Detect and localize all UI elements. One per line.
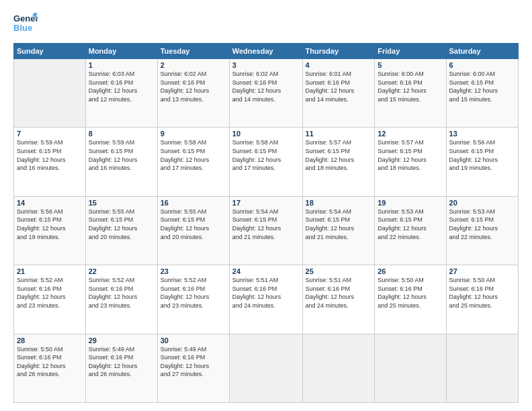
day-number: 18 <box>306 199 372 207</box>
day-info: Sunrise: 6:03 AM Sunset: 6:16 PM Dayligh… <box>89 70 154 103</box>
calendar-cell: 27Sunrise: 5:50 AM Sunset: 6:16 PM Dayli… <box>446 265 518 334</box>
day-info: Sunrise: 5:58 AM Sunset: 6:15 PM Dayligh… <box>161 138 226 172</box>
calendar-cell: 5Sunrise: 6:00 AM Sunset: 6:16 PM Daylig… <box>375 59 446 128</box>
weekday-header-tuesday: Tuesday <box>157 44 229 59</box>
calendar-cell: 13Sunrise: 5:56 AM Sunset: 6:15 PM Dayli… <box>446 128 518 196</box>
calendar-cell: 10Sunrise: 5:58 AM Sunset: 6:15 PM Dayli… <box>229 128 302 196</box>
calendar-cell <box>229 334 302 402</box>
day-info: Sunrise: 5:52 AM Sunset: 6:16 PM Dayligh… <box>89 276 154 310</box>
day-number: 17 <box>232 199 300 207</box>
weekday-header-friday: Friday <box>375 44 446 59</box>
day-number: 7 <box>17 130 83 138</box>
calendar-cell: 1Sunrise: 6:03 AM Sunset: 6:16 PM Daylig… <box>85 59 157 128</box>
calendar-cell: 3Sunrise: 6:02 AM Sunset: 6:16 PM Daylig… <box>229 59 302 128</box>
day-info: Sunrise: 5:57 AM Sunset: 6:15 PM Dayligh… <box>306 138 372 172</box>
calendar-cell: 18Sunrise: 5:54 AM Sunset: 6:15 PM Dayli… <box>302 196 375 265</box>
day-number: 5 <box>378 61 443 69</box>
day-info: Sunrise: 5:54 AM Sunset: 6:15 PM Dayligh… <box>232 208 300 241</box>
calendar-week-4: 21Sunrise: 5:52 AM Sunset: 6:16 PM Dayli… <box>14 265 519 334</box>
day-number: 15 <box>89 199 154 207</box>
calendar-cell: 24Sunrise: 5:51 AM Sunset: 6:16 PM Dayli… <box>229 265 302 334</box>
day-number: 26 <box>378 267 443 275</box>
day-info: Sunrise: 5:53 AM Sunset: 6:15 PM Dayligh… <box>378 208 443 241</box>
day-info: Sunrise: 5:59 AM Sunset: 6:15 PM Dayligh… <box>17 138 83 172</box>
weekday-header-sunday: Sunday <box>14 44 86 59</box>
day-number: 16 <box>161 199 226 207</box>
day-number: 4 <box>306 61 372 69</box>
day-number: 12 <box>378 130 443 138</box>
calendar-week-5: 28Sunrise: 5:50 AM Sunset: 6:16 PM Dayli… <box>14 334 519 402</box>
calendar-cell <box>302 334 375 402</box>
day-info: Sunrise: 5:54 AM Sunset: 6:15 PM Dayligh… <box>306 208 372 241</box>
logo-svg: General Blue <box>13 11 38 36</box>
weekday-header-wednesday: Wednesday <box>229 44 302 59</box>
calendar-cell: 17Sunrise: 5:54 AM Sunset: 6:15 PM Dayli… <box>229 196 302 265</box>
day-info: Sunrise: 5:50 AM Sunset: 6:16 PM Dayligh… <box>449 276 515 310</box>
day-info: Sunrise: 5:53 AM Sunset: 6:15 PM Dayligh… <box>449 208 515 241</box>
day-info: Sunrise: 5:56 AM Sunset: 6:15 PM Dayligh… <box>17 208 83 241</box>
calendar-cell: 23Sunrise: 5:52 AM Sunset: 6:16 PM Dayli… <box>157 265 229 334</box>
day-number: 9 <box>161 130 226 138</box>
day-number: 28 <box>17 336 83 345</box>
calendar-cell <box>446 334 518 402</box>
day-number: 1 <box>89 61 154 69</box>
calendar-cell: 21Sunrise: 5:52 AM Sunset: 6:16 PM Dayli… <box>14 265 86 334</box>
calendar-cell: 2Sunrise: 6:02 AM Sunset: 6:16 PM Daylig… <box>157 59 229 128</box>
calendar-cell: 22Sunrise: 5:52 AM Sunset: 6:16 PM Dayli… <box>85 265 157 334</box>
calendar-cell: 7Sunrise: 5:59 AM Sunset: 6:15 PM Daylig… <box>14 128 86 196</box>
day-info: Sunrise: 5:55 AM Sunset: 6:15 PM Dayligh… <box>89 208 154 241</box>
day-info: Sunrise: 5:50 AM Sunset: 6:16 PM Dayligh… <box>378 276 443 310</box>
day-number: 13 <box>449 130 515 138</box>
day-info: Sunrise: 5:56 AM Sunset: 6:15 PM Dayligh… <box>449 138 515 172</box>
svg-text:Blue: Blue <box>13 23 32 33</box>
weekday-header-thursday: Thursday <box>302 44 375 59</box>
calendar-cell <box>14 59 86 128</box>
calendar-week-2: 7Sunrise: 5:59 AM Sunset: 6:15 PM Daylig… <box>14 128 519 196</box>
calendar-cell: 19Sunrise: 5:53 AM Sunset: 6:15 PM Dayli… <box>375 196 446 265</box>
calendar-cell: 30Sunrise: 5:49 AM Sunset: 6:16 PM Dayli… <box>157 334 229 402</box>
day-number: 6 <box>449 61 515 69</box>
logo: General Blue <box>13 11 38 36</box>
calendar-week-3: 14Sunrise: 5:56 AM Sunset: 6:15 PM Dayli… <box>14 196 519 265</box>
day-number: 27 <box>449 267 515 275</box>
day-number: 30 <box>161 336 226 345</box>
day-number: 23 <box>161 267 226 275</box>
calendar-cell: 12Sunrise: 5:57 AM Sunset: 6:15 PM Dayli… <box>375 128 446 196</box>
calendar-cell: 4Sunrise: 6:01 AM Sunset: 6:16 PM Daylig… <box>302 59 375 128</box>
calendar-cell: 14Sunrise: 5:56 AM Sunset: 6:15 PM Dayli… <box>14 196 86 265</box>
day-number: 21 <box>17 267 83 275</box>
day-info: Sunrise: 5:50 AM Sunset: 6:16 PM Dayligh… <box>17 345 83 379</box>
calendar-cell: 26Sunrise: 5:50 AM Sunset: 6:16 PM Dayli… <box>375 265 446 334</box>
calendar-cell: 16Sunrise: 5:55 AM Sunset: 6:15 PM Dayli… <box>157 196 229 265</box>
day-info: Sunrise: 5:49 AM Sunset: 6:16 PM Dayligh… <box>89 345 154 379</box>
day-number: 10 <box>232 130 300 138</box>
day-info: Sunrise: 6:02 AM Sunset: 6:16 PM Dayligh… <box>161 70 226 103</box>
calendar-cell: 20Sunrise: 5:53 AM Sunset: 6:15 PM Dayli… <box>446 196 518 265</box>
day-number: 19 <box>378 199 443 207</box>
weekday-header-monday: Monday <box>85 44 157 59</box>
day-number: 20 <box>449 199 515 207</box>
calendar-cell: 28Sunrise: 5:50 AM Sunset: 6:16 PM Dayli… <box>14 334 86 402</box>
day-number: 14 <box>17 199 83 207</box>
calendar-table: SundayMondayTuesdayWednesdayThursdayFrid… <box>13 43 519 403</box>
day-info: Sunrise: 5:52 AM Sunset: 6:16 PM Dayligh… <box>161 276 226 310</box>
header: General Blue <box>13 11 519 36</box>
calendar-cell: 11Sunrise: 5:57 AM Sunset: 6:15 PM Dayli… <box>302 128 375 196</box>
day-info: Sunrise: 6:00 AM Sunset: 6:16 PM Dayligh… <box>378 70 443 103</box>
day-number: 8 <box>89 130 154 138</box>
day-info: Sunrise: 5:52 AM Sunset: 6:16 PM Dayligh… <box>17 276 83 310</box>
calendar-week-1: 1Sunrise: 6:03 AM Sunset: 6:16 PM Daylig… <box>14 59 519 128</box>
day-info: Sunrise: 5:59 AM Sunset: 6:15 PM Dayligh… <box>89 138 154 172</box>
day-info: Sunrise: 5:51 AM Sunset: 6:16 PM Dayligh… <box>306 276 372 310</box>
calendar-header-row: SundayMondayTuesdayWednesdayThursdayFrid… <box>14 44 519 59</box>
calendar-cell: 29Sunrise: 5:49 AM Sunset: 6:16 PM Dayli… <box>85 334 157 402</box>
day-info: Sunrise: 5:58 AM Sunset: 6:15 PM Dayligh… <box>232 138 300 172</box>
day-info: Sunrise: 5:57 AM Sunset: 6:15 PM Dayligh… <box>378 138 443 172</box>
page: General Blue SundayMondayTuesdayWednesda… <box>0 0 532 411</box>
calendar-cell: 9Sunrise: 5:58 AM Sunset: 6:15 PM Daylig… <box>157 128 229 196</box>
day-number: 29 <box>89 336 154 345</box>
day-number: 3 <box>232 61 300 69</box>
calendar-cell: 15Sunrise: 5:55 AM Sunset: 6:15 PM Dayli… <box>85 196 157 265</box>
weekday-header-saturday: Saturday <box>446 44 518 59</box>
calendar-cell: 25Sunrise: 5:51 AM Sunset: 6:16 PM Dayli… <box>302 265 375 334</box>
